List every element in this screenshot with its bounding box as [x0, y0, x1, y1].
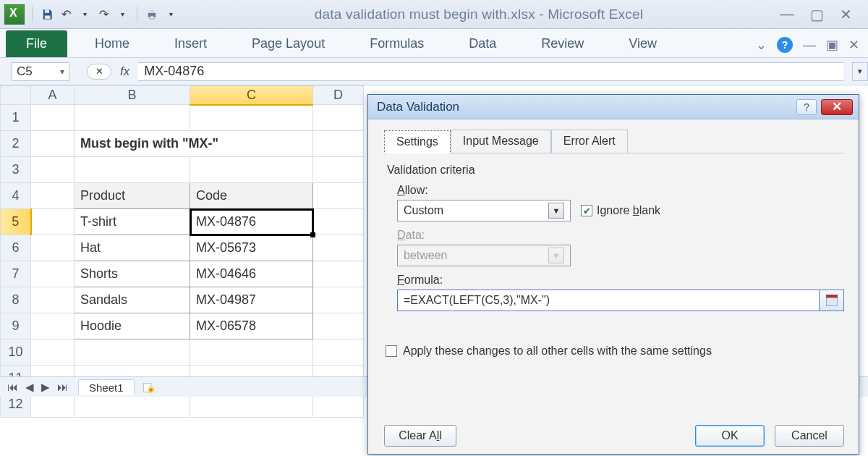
apply-all-label: Apply these changes to all other cells w… — [403, 345, 712, 358]
svg-rect-4 — [150, 16, 154, 19]
formula-bar-expand-icon[interactable]: ▾ — [852, 62, 868, 81]
row-header[interactable]: 1 — [1, 105, 31, 131]
sheet-nav-next-icon[interactable]: ▶ — [38, 381, 53, 394]
ignore-blank-checkbox[interactable]: ✔ Ignore blank — [581, 204, 660, 217]
allow-combo[interactable]: Custom ▼ — [397, 200, 571, 221]
header-product[interactable]: Product — [75, 183, 190, 209]
tab-insert[interactable]: Insert — [163, 30, 218, 57]
name-box-dropdown-icon[interactable]: ▾ — [60, 67, 64, 77]
cell-product[interactable]: Hoodie — [75, 313, 190, 339]
redo-dropdown-icon[interactable]: ▾ — [115, 7, 129, 22]
title-bar: ↶ ▾ ↷ ▾ ▾ data validation must begin wit… — [0, 0, 868, 29]
chevron-down-icon: ▼ — [548, 248, 564, 263]
col-header-d[interactable]: D — [313, 86, 364, 105]
formula-label: Formula: — [397, 274, 844, 287]
svg-rect-9 — [826, 298, 837, 306]
sheet-nav-first-icon[interactable]: ⏮ — [4, 381, 21, 393]
tab-view[interactable]: View — [617, 30, 668, 57]
dialog-title: Data Validation — [377, 100, 459, 114]
cell-product[interactable]: Shorts — [75, 261, 190, 287]
formula-input[interactable]: =EXACT(LEFT(C5,3),"MX-") — [397, 290, 820, 311]
checkbox-unchecked-icon[interactable]: ✔ — [386, 345, 397, 357]
criteria-label: Validation criteria — [387, 164, 844, 177]
svg-rect-8 — [826, 295, 837, 298]
undo-icon[interactable]: ↶ — [59, 7, 73, 22]
cell-code[interactable]: MX-04987 — [190, 287, 313, 313]
fx-cancel-icon[interactable]: ✕ — [87, 64, 111, 80]
wb-restore-icon[interactable]: ▣ — [826, 37, 838, 53]
tab-page-layout[interactable]: Page Layout — [240, 30, 336, 57]
close-icon[interactable]: ✕ — [840, 6, 852, 23]
dialog-help-icon[interactable]: ? — [796, 99, 817, 115]
tab-review[interactable]: Review — [529, 30, 595, 57]
new-sheet-icon[interactable] — [142, 381, 155, 394]
tab-data[interactable]: Data — [457, 30, 508, 57]
cell-product[interactable]: Sandals — [75, 287, 190, 313]
row-header[interactable]: 5 — [1, 209, 31, 235]
data-value: between — [404, 249, 448, 262]
row-header[interactable]: 4 — [1, 183, 31, 209]
cell-product[interactable]: T-shirt — [75, 209, 190, 235]
dialog-title-bar[interactable]: Data Validation ? ✕ — [368, 95, 859, 119]
tab-error-alert[interactable]: Error Alert — [551, 130, 628, 153]
redo-icon[interactable]: ↷ — [96, 7, 111, 22]
dialog-close-icon[interactable]: ✕ — [821, 99, 853, 115]
ribbon-minimize-icon[interactable]: ⌄ — [756, 37, 767, 53]
cell-code[interactable]: MX-04646 — [190, 261, 313, 287]
formula-input[interactable]: MX-04876 — [138, 62, 843, 81]
checkbox-checked-icon: ✔ — [581, 205, 592, 216]
name-box[interactable]: C5 ▾ — [12, 62, 69, 81]
tab-settings[interactable]: Settings — [384, 130, 451, 153]
excel-logo-icon — [4, 4, 25, 25]
formula-bar: C5 ▾ ✕ fx MX-04876 ▾ — [0, 58, 868, 85]
cancel-button[interactable]: Cancel — [775, 425, 844, 447]
cell-code[interactable]: MX-06578 — [190, 313, 313, 339]
save-icon[interactable] — [40, 7, 54, 22]
maximize-icon[interactable]: ▢ — [810, 6, 824, 23]
row-header[interactable]: 2 — [1, 131, 31, 157]
clear-all-button[interactable]: Clear All — [384, 425, 456, 447]
row-header[interactable]: 8 — [1, 287, 31, 313]
data-validation-dialog: Data Validation ? ✕ Settings Input Messa… — [367, 94, 859, 455]
row-header[interactable]: 9 — [1, 313, 31, 339]
cell-code[interactable]: MX-05673 — [190, 235, 313, 261]
allow-value: Custom — [404, 204, 443, 217]
name-box-value: C5 — [17, 64, 33, 79]
svg-rect-3 — [150, 10, 154, 13]
select-all-corner[interactable] — [1, 86, 31, 105]
wb-close-icon[interactable]: ✕ — [848, 37, 859, 53]
wb-minimize-icon[interactable]: — — [803, 38, 816, 53]
range-selector-icon[interactable] — [820, 290, 844, 311]
svg-rect-1 — [45, 15, 51, 19]
ok-button[interactable]: OK — [695, 425, 765, 447]
row-header[interactable]: 6 — [1, 235, 31, 261]
sheet-nav-prev-icon[interactable]: ◀ — [22, 381, 37, 394]
tab-input-message[interactable]: Input Message — [451, 130, 551, 153]
row-header[interactable]: 10 — [1, 339, 31, 366]
ribbon: File Home Insert Page Layout Formulas Da… — [0, 29, 868, 58]
header-code[interactable]: Code — [190, 183, 313, 209]
qat-customize-icon[interactable]: ▾ — [163, 7, 178, 22]
dialog-tabstrip: Settings Input Message Error Alert — [384, 130, 844, 153]
svg-rect-0 — [45, 9, 49, 13]
sheet-tab[interactable]: Sheet1 — [78, 379, 135, 395]
chevron-down-icon[interactable]: ▼ — [548, 203, 564, 219]
data-combo: between ▼ — [397, 245, 571, 266]
row-header[interactable]: 3 — [1, 157, 31, 183]
cell-product[interactable]: Hat — [75, 235, 190, 261]
row-header[interactable]: 7 — [1, 261, 31, 287]
col-header-c[interactable]: C — [190, 86, 313, 105]
file-tab[interactable]: File — [6, 30, 67, 57]
active-cell[interactable]: MX-04876 — [190, 209, 313, 235]
undo-dropdown-icon[interactable]: ▾ — [77, 7, 92, 22]
help-icon[interactable]: ? — [777, 37, 793, 53]
tab-home[interactable]: Home — [83, 30, 141, 57]
col-header-a[interactable]: A — [31, 86, 75, 105]
title-cell: Must begin with "MX-" — [75, 131, 313, 157]
minimize-icon[interactable]: — — [780, 6, 794, 23]
fx-label[interactable]: fx — [120, 64, 129, 79]
tab-formulas[interactable]: Formulas — [358, 30, 435, 57]
col-header-b[interactable]: B — [75, 86, 190, 105]
print-icon[interactable] — [145, 7, 159, 22]
sheet-nav-last-icon[interactable]: ⏭ — [54, 381, 71, 393]
